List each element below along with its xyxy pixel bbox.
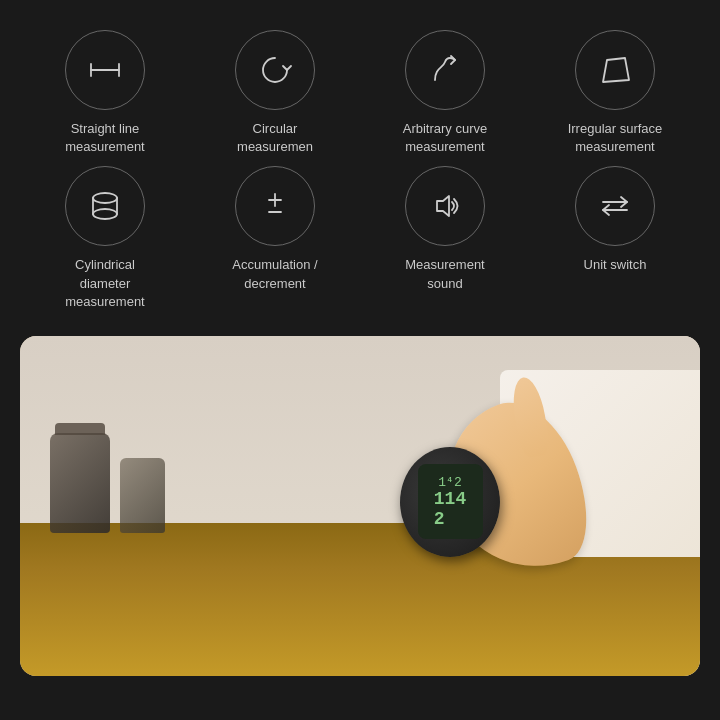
circular-icon-circle: [235, 30, 315, 110]
photo-scene: 1⁴2 1142: [20, 336, 700, 676]
device-display-bottom: 1142: [434, 490, 466, 530]
device-screen: 1⁴2 1142: [418, 464, 483, 539]
straight-line-icon-circle: [65, 30, 145, 110]
jar-left: [50, 433, 110, 533]
accumulation-label: Accumulation /decrement: [232, 256, 317, 292]
arbitrary-curve-label: Arbitrary curvemeasurement: [403, 120, 488, 156]
feature-accumulation: Accumulation /decrement: [190, 166, 360, 311]
irregular-surface-label: Irregular surfacemeasurement: [568, 120, 663, 156]
svg-point-7: [93, 209, 117, 219]
feature-straight-line: Straight linemeasurement: [20, 30, 190, 156]
arbitrary-curve-icon-circle: [405, 30, 485, 110]
cylindrical-icon-circle: [65, 166, 145, 246]
sound-icon-circle: [405, 166, 485, 246]
svg-point-4: [93, 193, 117, 203]
measuring-device: 1⁴2 1142: [400, 447, 500, 557]
feature-arbitrary-curve: Arbitrary curvemeasurement: [360, 30, 530, 156]
feature-irregular-surface: Irregular surfacemeasurement: [530, 30, 700, 156]
unit-switch-icon-circle: [575, 166, 655, 246]
straight-line-label: Straight linemeasurement: [65, 120, 144, 156]
irregular-surface-icon-circle: [575, 30, 655, 110]
jar-right: [120, 458, 165, 533]
device-display-top: 1⁴2: [438, 474, 461, 490]
feature-sound: Measurementsound: [360, 166, 530, 311]
feature-cylindrical: Cylindricaldiametermeasurement: [20, 166, 190, 311]
cylindrical-label: Cylindricaldiametermeasurement: [65, 256, 144, 311]
sound-label: Measurementsound: [405, 256, 484, 292]
unit-switch-label: Unit switch: [584, 256, 647, 274]
features-grid: Straight linemeasurement Circularmeasure…: [0, 0, 720, 331]
circular-label: Circularmeasuremen: [237, 120, 313, 156]
product-photo: 1⁴2 1142: [20, 336, 700, 676]
feature-circular: Circularmeasuremen: [190, 30, 360, 156]
svg-marker-11: [437, 196, 449, 216]
accumulation-icon-circle: [235, 166, 315, 246]
feature-unit-switch: Unit switch: [530, 166, 700, 311]
svg-marker-3: [603, 58, 629, 82]
